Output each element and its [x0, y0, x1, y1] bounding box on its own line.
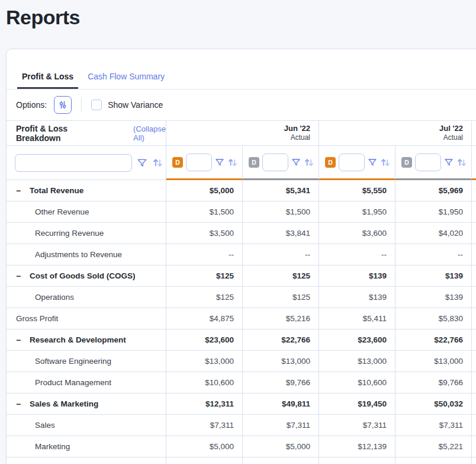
show-variance-label: Show Variance [108, 100, 163, 110]
data-type-badge[interactable]: D [401, 157, 412, 168]
sort-icon[interactable] [304, 157, 314, 168]
row-value: -- [395, 244, 472, 265]
filter-icon[interactable] [215, 158, 224, 167]
label-filter-input[interactable] [15, 154, 132, 172]
row-value: $5,550 [319, 180, 395, 201]
row-value: $13,000 [243, 351, 319, 372]
row-value: -- [166, 244, 243, 265]
row-label: Cost of Goods Sold (COGS) [30, 271, 136, 280]
value-filter-cell: D [319, 146, 395, 180]
value-filter-input[interactable] [339, 153, 365, 171]
table-row: − Research & Development $23,600 $22,766… [7, 329, 476, 351]
row-label: Adjustments to Revenue [35, 250, 122, 259]
options-divider [81, 97, 82, 113]
column-group-jul-22: Jul '22 Actual [319, 121, 472, 146]
row-value: $139 [319, 287, 395, 308]
row-value: $5,411 [319, 308, 395, 329]
row-value: $5,830 [395, 308, 472, 329]
data-type-badge[interactable]: D [249, 157, 259, 168]
row-label-cell: − Cost of Goods Sold (COGS) [7, 265, 166, 287]
row-label-cell: Sales [7, 415, 166, 436]
table-row-partial [7, 457, 476, 464]
row-value: $5,969 [395, 180, 472, 201]
table-row: − Cost of Goods Sold (COGS) $125 $125 $1… [7, 265, 476, 287]
display-options-button[interactable] [54, 96, 72, 114]
filter-icon[interactable] [368, 158, 377, 167]
breakdown-title: Profit & Loss Breakdown [16, 124, 81, 143]
row-label-cell: − Sales & Marketing [7, 393, 166, 415]
row-value: $4,020 [395, 223, 472, 244]
row-value: $1,500 [243, 201, 319, 223]
column-month: Jun '22 [284, 124, 310, 133]
row-value: $3,841 [243, 223, 319, 244]
row-value: $5,000 [166, 436, 243, 457]
collapse-row-icon[interactable]: − [16, 400, 24, 408]
value-filter-cell: D [243, 146, 319, 180]
data-type-badge[interactable]: D [325, 157, 336, 168]
table-row: Software Engineering $13,000 $13,000 $13… [7, 351, 476, 372]
value-filter-input[interactable] [415, 153, 441, 171]
table-row: Recurring Revenue $3,500 $3,841 $3,600 $… [7, 223, 476, 244]
table-row: Marketing $5,000 $5,000 $12,139 $5,221 [7, 436, 476, 457]
sort-icon[interactable] [456, 157, 467, 168]
sort-icon[interactable] [380, 157, 391, 168]
row-partial-cell [472, 287, 476, 308]
row-value: $7,311 [243, 415, 319, 436]
tab-profit-and-loss[interactable]: Profit & Loss [17, 72, 78, 89]
show-variance-checkbox[interactable] [91, 100, 102, 110]
row-label-cell: Other Revenue [7, 201, 166, 223]
table-row: Sales $7,311 $7,311 $7,311 $7,311 [7, 415, 476, 436]
value-filter-input[interactable] [262, 153, 288, 171]
row-label: Sales [35, 421, 55, 430]
row-partial-cell [472, 265, 476, 287]
sort-icon[interactable] [152, 157, 163, 168]
row-partial-cell [472, 308, 476, 329]
row-label-cell: − Total Revenue [7, 180, 166, 201]
table-row: Gross Profit $4,875 $5,216 $5,411 $5,830 [7, 308, 476, 329]
row-value: $9,766 [395, 372, 472, 393]
collapse-row-icon[interactable]: − [16, 187, 24, 195]
value-filter-cell: D [395, 146, 472, 180]
row-partial-cell [472, 351, 476, 372]
value-filter-input[interactable] [186, 153, 212, 171]
row-value: $13,000 [166, 351, 243, 372]
filter-partial-cell [472, 146, 476, 180]
row-label: Gross Profit [16, 314, 58, 323]
column-group-jun-22: Jun '22 Actual [166, 121, 319, 146]
table-row: Product Management $10,600 $9,766 $10,60… [7, 372, 476, 393]
column-scenario: Actual [291, 133, 310, 142]
row-value: $139 [319, 265, 395, 287]
row-label: Product Management [35, 378, 111, 387]
row-value: $139 [395, 287, 472, 308]
row-partial-cell [472, 393, 476, 415]
filter-icon[interactable] [137, 158, 147, 168]
row-value: $125 [243, 265, 319, 287]
row-value: $5,341 [243, 180, 319, 201]
row-value: $5,221 [395, 436, 472, 457]
column-scenario: Actual [443, 133, 463, 142]
row-label-cell: Product Management [7, 372, 166, 393]
filter-icon[interactable] [291, 158, 301, 167]
collapse-all-link[interactable]: (Collapse All) [133, 124, 166, 142]
row-partial-cell [472, 436, 476, 457]
table-row: − Sales & Marketing $12,311 $49,811 $19,… [7, 393, 476, 415]
row-value: $13,000 [319, 351, 395, 372]
row-partial-cell [472, 201, 476, 223]
row-value: -- [243, 244, 319, 265]
collapse-row-icon[interactable]: − [16, 336, 24, 344]
row-value: $7,311 [395, 415, 472, 436]
sort-icon[interactable] [227, 157, 238, 168]
row-value: $5,216 [243, 308, 319, 329]
row-partial-cell [472, 180, 476, 201]
table-row: Adjustments to Revenue -- -- -- -- [7, 244, 476, 265]
row-label: Recurring Revenue [35, 229, 104, 238]
collapse-row-icon[interactable]: − [16, 272, 24, 280]
row-value: $10,600 [319, 372, 395, 393]
data-type-badge[interactable]: D [172, 157, 183, 168]
row-value: $5,000 [166, 180, 243, 201]
column-group-partial [472, 121, 476, 146]
tab-cash-flow-summary[interactable]: Cash Flow Summary [83, 72, 169, 89]
row-label: Software Engineering [35, 357, 111, 366]
filter-icon[interactable] [444, 158, 454, 167]
options-label: Options: [16, 100, 47, 110]
